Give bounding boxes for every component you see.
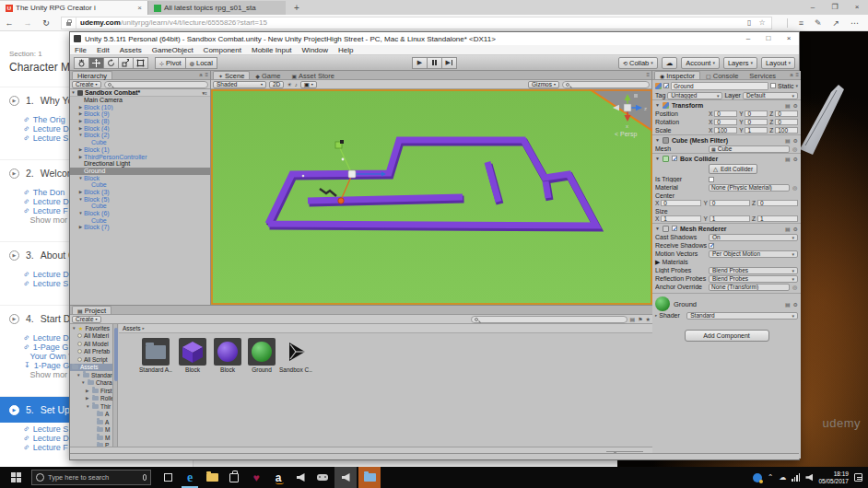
fold-arrow-icon[interactable]: ▼	[77, 175, 84, 182]
project-folder-item[interactable]: M	[70, 426, 112, 435]
fold-arrow-icon[interactable]: ▶	[86, 396, 90, 401]
menu-component[interactable]: Component	[204, 46, 241, 54]
anchor-override-field[interactable]: None (Transform)	[709, 284, 790, 291]
effects-dropdown[interactable]: ▣▾	[300, 81, 317, 88]
browser-close-button[interactable]: ×	[846, 0, 868, 15]
menu-assets[interactable]: Assets	[120, 46, 142, 54]
project-folder-item[interactable]: A	[70, 418, 112, 426]
motion-vectors-dropdown[interactable]: Per Object Motion▾	[709, 250, 798, 258]
tab-hierarchy[interactable]: Hierarchy	[72, 71, 112, 79]
hierarchy-item[interactable]: ▼Block	[70, 175, 210, 182]
favorite-filter-item[interactable]: All Script	[70, 355, 112, 364]
play-button[interactable]: ▶	[412, 57, 428, 69]
cloud-button[interactable]: ☁	[662, 57, 678, 69]
hierarchy-item[interactable]: Cube	[70, 181, 210, 189]
size-y-input[interactable]: 1	[710, 215, 750, 223]
project-search-input[interactable]	[471, 316, 628, 323]
project-folder-item[interactable]: A	[70, 411, 112, 419]
gear-icon[interactable]: ⚙	[793, 156, 798, 162]
fold-arrow-icon[interactable]: ▶	[77, 146, 84, 154]
tab-services[interactable]: Services	[744, 71, 781, 79]
box-collider-component-header[interactable]: ▼ Box Collider ▤⚙	[652, 153, 801, 163]
heart-taskbar-icon[interactable]: ♥	[245, 467, 267, 488]
fold-arrow-icon[interactable]: ▼	[72, 326, 76, 331]
search-by-type-icon[interactable]: ▤	[630, 316, 636, 322]
fold-arrow-icon[interactable]: ▶	[86, 389, 90, 393]
hand-tool-icon[interactable]	[74, 57, 89, 69]
help-icon[interactable]: ▤	[785, 301, 791, 308]
cloud-tray-icon[interactable]: ☁	[779, 473, 786, 482]
menu-file[interactable]: File	[75, 46, 87, 54]
lighting-toggle-icon[interactable]: ☀	[287, 81, 291, 87]
lock-icon[interactable]: a	[199, 72, 202, 77]
project-folder-item[interactable]: ▼Chara	[70, 379, 112, 388]
scale-x-input[interactable]: 100	[714, 127, 737, 134]
asset-tile-cube[interactable]: Block	[176, 338, 209, 373]
center-x-input[interactable]: 0	[661, 200, 701, 207]
is-trigger-checkbox[interactable]	[709, 177, 714, 182]
taskbar-search-input[interactable]: Type here to search	[31, 470, 151, 485]
tab-inspector[interactable]: ◉Inspector	[654, 71, 700, 79]
mesh-renderer-component-header[interactable]: ▼ Mesh Renderer ▤⚙	[652, 223, 801, 233]
network-icon[interactable]	[792, 473, 800, 482]
forward-button[interactable]: →	[18, 18, 37, 28]
help-icon[interactable]: ▤	[785, 137, 791, 144]
layer-dropdown[interactable]: Default▾	[743, 92, 798, 99]
hierarchy-item[interactable]: ▶Block (8)	[70, 118, 210, 125]
speaker-taskbar-icon[interactable]	[289, 467, 311, 488]
cast-shadows-dropdown[interactable]: On▾	[709, 234, 798, 241]
taskbar-clock[interactable]: 18:19 05/05/2017	[818, 471, 849, 484]
static-dropdown-icon[interactable]: ▾	[795, 83, 798, 88]
menu-edit[interactable]: Edit	[97, 46, 110, 54]
object-name-input[interactable]: Ground	[671, 82, 768, 90]
fold-arrow-icon[interactable]: ▼	[81, 380, 86, 385]
layout-button[interactable]: Layout▾	[761, 57, 795, 69]
favorite-filter-item[interactable]: All Prefab	[70, 348, 112, 356]
project-folder-item[interactable]: ▶First	[70, 387, 112, 395]
active-checkbox[interactable]	[663, 83, 669, 88]
2d-toggle-button[interactable]: 2D	[269, 81, 284, 88]
fold-arrow-icon[interactable]: ▼	[77, 210, 84, 217]
transform-component-header[interactable]: ▼ Transform ▤⚙	[652, 99, 801, 110]
rotation-x-input[interactable]: 0	[714, 119, 737, 126]
tab-close-icon[interactable]: ×	[137, 4, 142, 12]
scale-z-input[interactable]: 100	[775, 127, 798, 134]
receive-shadows-checkbox[interactable]	[709, 243, 714, 249]
account-button[interactable]: Account▾	[681, 57, 720, 69]
panel-menu-icon[interactable]: ≡	[795, 72, 799, 77]
file-explorer-taskbar-icon[interactable]	[201, 467, 223, 488]
fold-arrow-icon[interactable]: ▼	[77, 132, 84, 139]
collider-enabled-checkbox[interactable]	[672, 156, 677, 161]
hierarchy-search-input[interactable]	[104, 81, 208, 88]
project-folder-item[interactable]: M	[70, 434, 112, 442]
edge-taskbar-icon[interactable]: e	[179, 467, 201, 488]
fold-arrow-icon[interactable]: ▶	[655, 259, 660, 266]
unity-title-bar[interactable]: Unity 5.5.1f1 Personal (64bit) - Sandbox…	[70, 32, 799, 45]
size-z-input[interactable]: 1	[757, 215, 798, 223]
tab-game[interactable]: ◆Game	[250, 71, 286, 79]
edit-collider-button[interactable]: △Edit Collider	[709, 164, 757, 174]
hierarchy-item[interactable]: ▼Block (5)	[70, 196, 210, 203]
web-note-icon[interactable]: ✎	[815, 18, 822, 28]
hierarchy-item[interactable]: ▼Block (2)	[70, 132, 210, 139]
shader-dropdown[interactable]: Standard▾	[686, 312, 798, 320]
fold-arrow-icon[interactable]: ▼	[76, 373, 81, 378]
rotation-z-input[interactable]: 0	[775, 119, 798, 126]
light-probes-dropdown[interactable]: Blend Probes▾	[709, 267, 798, 274]
hierarchy-item[interactable]: Ground	[70, 168, 210, 175]
hierarchy-item[interactable]: Cube	[70, 217, 210, 225]
assets-root-item[interactable]: Assets	[70, 364, 112, 372]
physic-material-field[interactable]: None (Physic Material)	[709, 184, 790, 192]
gizmos-dropdown[interactable]: Gizmos▾	[528, 81, 559, 88]
step-button[interactable]: ▶	[441, 57, 457, 69]
tab-asset-store[interactable]: ▣Asset Store	[286, 71, 339, 79]
url-input[interactable]: udemy.com/unityrpg/learn/v4/t/lecture/65…	[61, 17, 772, 29]
material-preview-sphere[interactable]	[655, 296, 670, 311]
rotation-y-input[interactable]: 0	[745, 119, 768, 126]
hierarchy-item[interactable]: ▶ThirdPersonController	[70, 154, 210, 161]
gizmo-handle-sphere[interactable]	[338, 198, 344, 203]
fold-arrow-icon[interactable]: ▼	[70, 89, 76, 97]
unity-close-button[interactable]: ×	[779, 32, 799, 45]
scene-menu-icon[interactable]: ▾≡	[203, 89, 210, 97]
gear-icon[interactable]: ⚙	[793, 102, 798, 109]
